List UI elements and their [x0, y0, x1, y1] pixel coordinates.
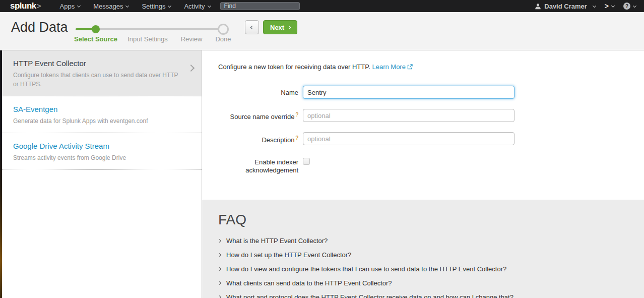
- name-row: Name: [218, 86, 644, 99]
- splunk-chevron-glyph: >: [605, 2, 609, 10]
- chevron-left-icon: [250, 25, 253, 29]
- add-data-header: Add Data Select Source Input Settings Re…: [0, 12, 644, 50]
- menu-activity-label: Activity: [184, 3, 205, 10]
- sidebar-item-http-event-collector[interactable]: HTTP Event Collector Configure tokens th…: [2, 50, 202, 96]
- source-override-input[interactable]: [303, 109, 514, 122]
- token-config-panel: Configure a new token for receiving data…: [202, 50, 644, 298]
- help-marker-icon[interactable]: ?: [295, 112, 298, 117]
- chevron-right-icon: [218, 295, 221, 298]
- sidebar-item-google-drive-activity-stream[interactable]: Google Drive Activity Stream Streams act…: [2, 133, 202, 170]
- chevron-right-icon: [287, 25, 291, 29]
- next-button[interactable]: Next: [263, 20, 297, 34]
- faq-question: What is the HTTP Event Collector?: [226, 237, 328, 245]
- chevron-down-icon: [208, 4, 211, 7]
- source-title: SA-Eventgen: [13, 105, 191, 113]
- faq-question: What clients can send data to the HTTP E…: [226, 279, 392, 287]
- faq-question: What port and protocol does the HTTP Eve…: [226, 293, 513, 298]
- token-config-content: Configure a new token for receiving data…: [202, 50, 644, 185]
- step-review: Review: [181, 35, 203, 43]
- faq-panel: FAQ What is the HTTP Event Collector? Ho…: [202, 200, 644, 298]
- faq-item-what-is[interactable]: What is the HTTP Event Collector?: [218, 237, 628, 245]
- help-menu[interactable]: ?: [623, 3, 636, 10]
- menu-messages-label: Messages: [93, 3, 123, 10]
- faq-item-view-configure-tokens[interactable]: How do I view and configure the tokens t…: [218, 265, 628, 273]
- chevron-right-icon: [218, 267, 221, 270]
- faq-item-what-clients[interactable]: What clients can send data to the HTTP E…: [218, 279, 628, 287]
- chevron-down-icon: [611, 4, 615, 7]
- step-done: Done: [215, 35, 231, 43]
- wizard-stepper: Select Source Input Settings Review Done: [76, 12, 242, 50]
- splunk-add-data-page: splunk > Apps Messages Settings Activity: [0, 0, 644, 298]
- chevron-down-icon: [77, 4, 81, 7]
- menu-messages[interactable]: Messages: [87, 0, 135, 12]
- source-description: Streams activity events from Google Driv…: [13, 153, 182, 162]
- topbar-right-group: David Cramer > ?: [535, 2, 644, 10]
- chevron-right-icon: [188, 64, 194, 73]
- splunk-logo[interactable]: splunk >: [10, 1, 41, 11]
- source-description: Generate data for Splunk Apps with event…: [13, 116, 182, 126]
- faq-question: How do I view and configure the tokens t…: [226, 265, 506, 273]
- source-override-label: Source name override?: [218, 109, 298, 122]
- faq-item-port-protocol[interactable]: What port and protocol does the HTTP Eve…: [218, 293, 628, 298]
- user-menu[interactable]: David Cramer: [535, 3, 596, 10]
- step-input-settings: Input Settings: [127, 35, 168, 43]
- source-description: Configure tokens that clients can use to…: [13, 71, 182, 89]
- back-button[interactable]: [245, 20, 259, 34]
- user-icon: [535, 3, 541, 10]
- token-form: Name Source name override? Description? …: [218, 86, 644, 175]
- help-marker-icon[interactable]: ?: [295, 135, 298, 141]
- faq-question: How do I set up the HTTP Event Collector…: [226, 251, 351, 259]
- menu-settings[interactable]: Settings: [135, 0, 177, 12]
- chevron-down-icon: [633, 4, 636, 7]
- intro-line: Configure a new token for receiving data…: [218, 63, 644, 71]
- menu-apps[interactable]: Apps: [53, 0, 87, 12]
- source-sidebar: HTTP Event Collector Configure tokens th…: [2, 50, 202, 298]
- chevron-down-icon: [125, 4, 129, 7]
- page-title: Add Data: [11, 20, 68, 35]
- next-button-label: Next: [270, 24, 284, 31]
- description-row: Description?: [218, 132, 644, 145]
- indexer-ack-row: Enable indexer acknowledgement: [218, 155, 644, 175]
- intro-text: Configure a new token for receiving data…: [218, 63, 370, 71]
- faq-title: FAQ: [218, 212, 628, 228]
- description-label: Description?: [218, 132, 298, 145]
- menu-apps-label: Apps: [60, 3, 75, 10]
- indexer-ack-checkbox[interactable]: [303, 158, 310, 165]
- page-body: HTTP Event Collector Configure tokens th…: [0, 50, 644, 298]
- splunk-logo-chevron: >: [37, 2, 41, 10]
- chevron-right-icon: [218, 253, 221, 256]
- source-title: HTTP Event Collector: [13, 59, 191, 68]
- chevron-right-icon: [218, 239, 221, 242]
- menu-settings-label: Settings: [142, 3, 165, 10]
- step-select-source: Select Source: [74, 35, 117, 43]
- chevron-down-icon: [593, 4, 596, 7]
- name-label: Name: [218, 86, 298, 97]
- source-override-row: Source name override?: [218, 109, 644, 122]
- sidebar-item-sa-eventgen[interactable]: SA-Eventgen Generate data for Splunk App…: [2, 96, 202, 133]
- description-input[interactable]: [303, 132, 514, 145]
- learn-more-link[interactable]: Learn More: [372, 63, 405, 71]
- name-input[interactable]: [303, 86, 514, 99]
- splunk-bar-menu[interactable]: >: [605, 2, 614, 10]
- source-title: Google Drive Activity Stream: [13, 142, 191, 150]
- external-link-icon: [407, 64, 413, 70]
- topbar: splunk > Apps Messages Settings Activity: [0, 0, 644, 12]
- menu-activity[interactable]: Activity: [177, 0, 217, 12]
- find-search-input[interactable]: [220, 2, 300, 10]
- user-name: David Cramer: [544, 3, 587, 10]
- chevron-right-icon: [218, 281, 221, 284]
- splunk-logo-text: splunk: [10, 1, 36, 11]
- indexer-ack-label: Enable indexer acknowledgement: [218, 155, 298, 175]
- chevron-down-icon: [168, 4, 171, 7]
- current-step-dot: [92, 25, 100, 33]
- help-icon: ?: [623, 3, 630, 10]
- done-step-circle: [218, 24, 229, 35]
- faq-item-how-set-up[interactable]: How do I set up the HTTP Event Collector…: [218, 251, 628, 259]
